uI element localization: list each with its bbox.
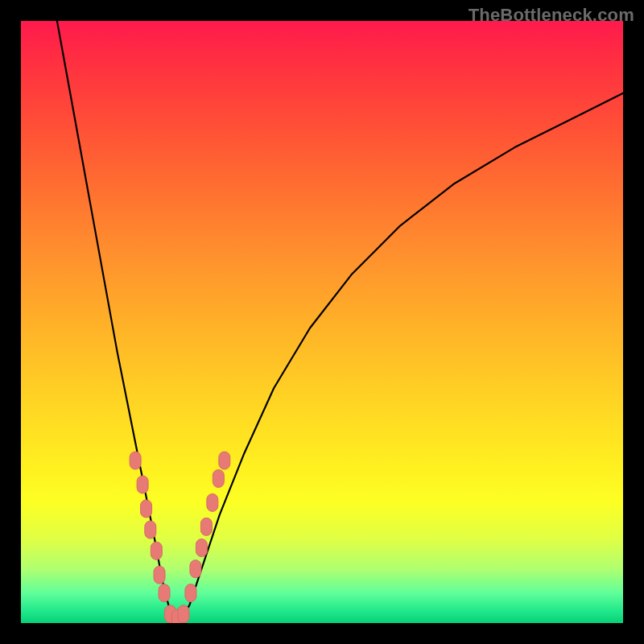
highlighted-point [185,584,196,602]
highlighted-point [141,500,152,518]
highlighted-point [213,469,224,487]
highlighted-point [190,560,201,578]
bottleneck-curve-path [57,21,623,620]
highlighted-point [159,584,170,602]
highlighted-point [207,493,218,511]
bottleneck-curve-svg [21,21,623,623]
highlighted-point [196,539,207,557]
highlighted-point [145,521,156,539]
highlighted-point [200,518,212,535]
highlighted-point [130,452,141,469]
highlighted-point [219,452,230,469]
highlighted-points-group [130,452,230,623]
highlighted-point [154,566,165,584]
highlighted-point [137,476,148,493]
highlighted-point [178,605,189,623]
chart-area [21,21,623,623]
highlighted-point [151,542,162,559]
